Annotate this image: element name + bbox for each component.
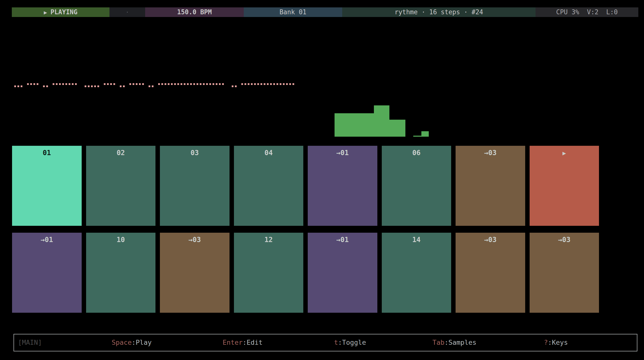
waveform-dot [142, 83, 144, 85]
hint-label: :Edit [242, 338, 262, 346]
play-icon: ▶ [44, 9, 47, 16]
waveform-dot [158, 83, 160, 85]
waveform-dot [132, 83, 134, 85]
hint-label: :Toggle [338, 338, 366, 346]
pattern-info: rythme · 16 steps · #24 [342, 8, 536, 17]
pad-label: →03 [188, 236, 201, 244]
pad-1[interactable]: 01 [12, 146, 82, 226]
key-hint-samples: Tab:Samples [432, 334, 476, 350]
pad-playing-icon: ▶ [562, 150, 566, 157]
pad-label: →01 [336, 236, 349, 244]
pad-10[interactable]: 10 [86, 233, 156, 313]
waveform-dot [30, 83, 32, 85]
pad-label: 03 [190, 149, 199, 157]
pad-14[interactable]: 14 [382, 233, 452, 313]
pad-label: →03 [484, 149, 497, 157]
pad-label: 02 [116, 149, 125, 157]
pad-label: 01 [42, 149, 51, 157]
waveform-dot [152, 86, 154, 87]
pad-13[interactable]: →01 [308, 233, 377, 313]
waveform-dot [270, 83, 272, 85]
waveform-dot [216, 83, 218, 85]
pad-row-1: 01020304→0106→03▶ [12, 146, 599, 226]
hint-key: Enter [222, 338, 242, 346]
waveform-dot [241, 83, 243, 85]
pad-3[interactable]: 03 [160, 146, 230, 226]
waveform-dot [88, 86, 90, 87]
pad-2[interactable]: 02 [86, 146, 156, 226]
waveform-dot [292, 83, 294, 85]
waveform-dot [203, 83, 205, 85]
waveform-dot [254, 83, 256, 85]
hint-key: t [334, 338, 338, 346]
hint-label: :Keys [548, 338, 568, 346]
bank-display: Bank 01 [244, 8, 342, 17]
waveform-dot [66, 83, 67, 85]
waveform-dot [59, 83, 61, 85]
pad-row-2: →0110→0312→0114→03→03 [12, 233, 599, 313]
pad-label: 12 [264, 236, 273, 244]
pad-7[interactable]: →03 [456, 146, 525, 226]
mode-indicator: [MAIN] [18, 334, 42, 350]
key-hint-toggle: t:Toggle [334, 334, 366, 350]
pad-15[interactable]: →03 [456, 233, 525, 313]
hint-key: ? [544, 338, 548, 346]
waveform-dot [273, 83, 275, 85]
pad-9[interactable]: →01 [12, 233, 82, 313]
beat-dot: · [126, 9, 129, 15]
waveform-dot [177, 83, 179, 85]
hint-label: :Play [132, 338, 152, 346]
waveform-dot [130, 83, 131, 85]
waveform-dot [280, 83, 282, 85]
pad-8[interactable]: ▶ [530, 146, 599, 226]
level-bar [413, 136, 422, 137]
pad-label: →01 [336, 149, 349, 157]
waveform-dot [200, 83, 202, 85]
waveform-dot [196, 83, 198, 85]
hint-label: :Samples [444, 338, 476, 346]
waveform-dot [18, 86, 19, 87]
key-hint-keys: ?:Keys [544, 334, 568, 350]
waveform-dot [209, 83, 211, 85]
waveform-dot [276, 83, 278, 85]
waveform-dot [222, 83, 224, 85]
waveform-dot [244, 83, 246, 85]
key-hint-play: Space:Play [112, 334, 152, 350]
waveform-dot [37, 83, 38, 85]
pad-6[interactable]: 06 [382, 146, 452, 226]
beat-indicator: · [110, 8, 145, 17]
key-hint-edit: Enter:Edit [222, 334, 263, 350]
pad-12[interactable]: 12 [234, 233, 304, 313]
waveform-dot [136, 83, 138, 85]
waveform-dot [164, 83, 166, 85]
waveform-dot [180, 83, 182, 85]
waveform-dot [206, 83, 208, 85]
pad-5[interactable]: →01 [308, 146, 377, 226]
transport-status: ▶PLAYING [12, 8, 110, 17]
bpm-display: 150.0 BPM [145, 8, 244, 17]
waveform-dot [98, 86, 99, 87]
waveform-dot [107, 83, 109, 85]
waveform-dot [62, 83, 64, 85]
waveform-dot [56, 83, 58, 85]
waveform-dot [114, 83, 115, 85]
pad-16[interactable]: →03 [530, 233, 599, 313]
pad-label: →03 [484, 236, 497, 244]
waveform-dot [123, 86, 125, 87]
waveform-dot [91, 86, 93, 87]
pad-4[interactable]: 04 [234, 146, 304, 226]
level-bar [422, 131, 429, 137]
level-bar [374, 105, 390, 137]
hint-key: Tab [432, 338, 444, 346]
waveform-dot [72, 83, 74, 85]
waveform-dot [161, 83, 163, 85]
waveform-dot [46, 86, 48, 87]
waveform-dot [235, 86, 237, 87]
waveform-dot [232, 86, 234, 87]
pad-11[interactable]: →03 [160, 233, 230, 313]
waveform-dot [104, 83, 106, 85]
waveform-dot [212, 83, 214, 85]
waveform-dot [84, 86, 86, 87]
waveform-dot [168, 83, 170, 85]
waveform-dot [219, 83, 221, 85]
